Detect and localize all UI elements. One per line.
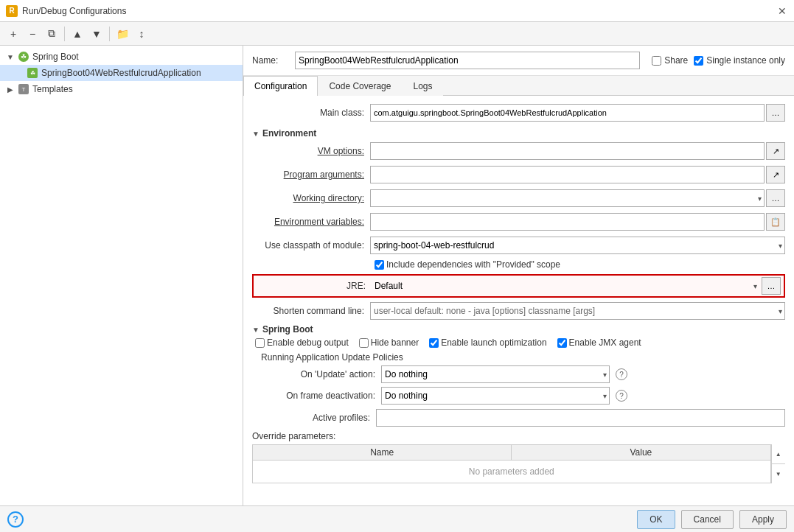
- tab-logs[interactable]: Logs: [402, 76, 443, 96]
- program-args-row: Program arguments: ↗: [252, 165, 785, 184]
- policies-title: Running Application Update Policies: [261, 352, 785, 363]
- program-args-label: Program arguments:: [252, 169, 370, 180]
- on-frame-label: On frame deactivation:: [261, 391, 375, 401]
- spring-boot-arrow: ▼: [252, 326, 260, 334]
- override-scroll-down[interactable]: ▼: [772, 464, 785, 483]
- override-label: Override parameters:: [252, 431, 785, 441]
- help-button[interactable]: ?: [7, 511, 24, 528]
- ok-button[interactable]: OK: [637, 510, 675, 529]
- jre-input[interactable]: [372, 277, 734, 295]
- name-input[interactable]: [295, 52, 640, 69]
- single-instance-checkbox[interactable]: [694, 56, 703, 66]
- on-frame-select[interactable]: Do nothing: [381, 387, 610, 405]
- folder-button[interactable]: 📁: [114, 25, 131, 43]
- bottom-bar: ? OK Cancel Apply: [0, 505, 794, 532]
- close-button[interactable]: ✕: [776, 5, 788, 17]
- spring-options-row: Enable debug output Hide banner Enable l…: [252, 337, 785, 348]
- override-header: Name Value: [253, 445, 770, 461]
- name-row: Name: Share Single instance only: [243, 46, 794, 76]
- hide-banner-label[interactable]: Hide banner: [359, 337, 419, 348]
- working-dir-select[interactable]: [370, 189, 765, 207]
- vm-options-expand-button[interactable]: ↗: [766, 142, 785, 160]
- on-update-help-icon[interactable]: ?: [616, 368, 627, 380]
- title-bar: R Run/Debug Configurations ✕: [0, 0, 794, 22]
- working-dir-browse-button[interactable]: …: [766, 189, 785, 207]
- working-dir-wrapper: ▾: [370, 189, 765, 207]
- shorten-cmd-row: Shorten command line: user-local default…: [252, 302, 785, 320]
- environment-arrow: ▼: [252, 130, 260, 138]
- classpath-label: Use classpath of module:: [252, 240, 370, 251]
- add-config-button[interactable]: +: [4, 25, 22, 43]
- single-instance-area: Single instance only: [694, 55, 785, 66]
- springboot-app-label: SpringBoot04WebRestfulcrudApplication: [41, 68, 201, 78]
- enable-launch-label[interactable]: Enable launch optimization: [429, 337, 546, 348]
- include-deps-row: Include dependencies with "Provided" sco…: [252, 259, 785, 270]
- spring-boot-group-icon: ☘: [18, 51, 29, 63]
- enable-launch-checkbox[interactable]: [429, 338, 439, 348]
- config-content: Main class: … ▼ Environment VM options: …: [243, 96, 794, 505]
- shorten-cmd-select[interactable]: user-local default: none - java [options…: [370, 302, 785, 320]
- enable-debug-checkbox[interactable]: [255, 338, 265, 348]
- on-frame-row: On frame deactivation: Do nothing ▾ ?: [261, 387, 785, 405]
- active-profiles-input[interactable]: [376, 409, 785, 427]
- move-up-button[interactable]: ▲: [69, 25, 86, 43]
- name-label: Name:: [252, 55, 289, 66]
- env-vars-browse-button[interactable]: 📋: [766, 213, 785, 231]
- toolbar: + − ⧉ ▲ ▼ 📁 ↕: [0, 22, 794, 46]
- templates-label: Templates: [32, 84, 73, 94]
- tree-springboot-app[interactable]: ☘ SpringBoot04WebRestfulcrudApplication: [0, 65, 243, 81]
- shorten-cmd-label: Shorten command line:: [252, 306, 370, 316]
- tree-arrow-templates: ▶: [6, 85, 15, 94]
- sort-button[interactable]: ↕: [133, 25, 150, 43]
- env-vars-input[interactable]: [370, 213, 765, 231]
- apply-button[interactable]: Apply: [739, 510, 787, 529]
- tab-configuration[interactable]: Configuration: [243, 76, 318, 96]
- on-update-label: On 'Update' action:: [261, 369, 375, 379]
- include-deps-label[interactable]: Include dependencies with "Provided" sco…: [375, 259, 560, 270]
- vm-options-input[interactable]: [370, 142, 765, 160]
- window-title: Run/Debug Configurations: [22, 6, 772, 16]
- override-scroll-up[interactable]: ▲: [772, 444, 785, 464]
- main-class-label: Main class:: [252, 108, 370, 118]
- tabs-row: Configuration Code Coverage Logs: [243, 76, 794, 96]
- jre-dropdown-wrapper: ▾: [734, 277, 760, 295]
- on-frame-help-icon[interactable]: ?: [616, 390, 627, 402]
- tab-code-coverage[interactable]: Code Coverage: [318, 76, 402, 96]
- remove-config-button[interactable]: −: [24, 25, 41, 43]
- classpath-row: Use classpath of module: spring-boot-04-…: [252, 236, 785, 255]
- jre-select[interactable]: [734, 277, 760, 295]
- spring-boot-section-title: Spring Boot: [262, 324, 313, 335]
- main-class-browse-button[interactable]: …: [766, 104, 785, 122]
- env-vars-label: Environment variables:: [252, 217, 370, 227]
- main-layout: ▼ ☘ Spring Boot ☘ SpringBoot04WebRestful…: [0, 46, 794, 505]
- spring-boot-section-header: ▼ Spring Boot: [252, 324, 785, 335]
- jre-browse-button[interactable]: …: [762, 277, 781, 295]
- hide-banner-checkbox[interactable]: [359, 338, 369, 348]
- on-update-wrapper: Do nothing ▾: [381, 365, 610, 383]
- copy-config-button[interactable]: ⧉: [43, 25, 60, 43]
- share-checkbox[interactable]: [652, 56, 661, 66]
- enable-jmx-label[interactable]: Enable JMX agent: [557, 337, 641, 348]
- shorten-cmd-wrapper: user-local default: none - java [options…: [370, 302, 785, 320]
- program-args-expand-button[interactable]: ↗: [766, 166, 785, 183]
- environment-section-header: ▼ Environment: [252, 128, 785, 139]
- classpath-select[interactable]: spring-boot-04-web-restfulcrud: [370, 237, 785, 254]
- working-dir-row: Working directory: ▾ …: [252, 189, 785, 208]
- enable-debug-label[interactable]: Enable debug output: [255, 337, 349, 348]
- share-area: Share: [652, 55, 688, 66]
- main-class-row: Main class: …: [252, 103, 785, 122]
- tree-spring-boot-group[interactable]: ▼ ☘ Spring Boot: [0, 49, 243, 65]
- on-update-select[interactable]: Do nothing: [381, 365, 610, 383]
- main-class-input[interactable]: [370, 104, 765, 122]
- move-down-button[interactable]: ▼: [88, 25, 105, 43]
- enable-jmx-checkbox[interactable]: [557, 338, 567, 348]
- tree-templates-group[interactable]: ▶ T Templates: [0, 81, 243, 97]
- env-vars-row: Environment variables: 📋: [252, 212, 785, 231]
- include-deps-checkbox[interactable]: [375, 260, 384, 270]
- cancel-button[interactable]: Cancel: [681, 510, 734, 529]
- app-icon: R: [6, 5, 18, 17]
- program-args-input[interactable]: [370, 166, 765, 183]
- override-scroll: ▲ ▼: [771, 444, 785, 483]
- templates-icon: T: [18, 83, 29, 95]
- share-label: Share: [664, 55, 688, 66]
